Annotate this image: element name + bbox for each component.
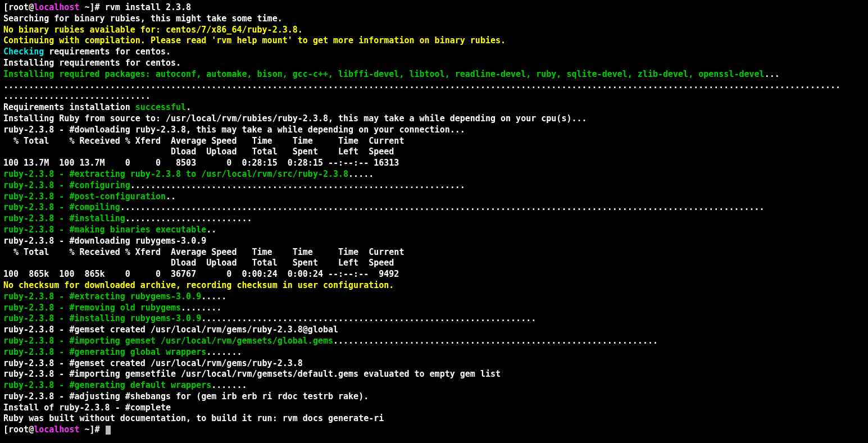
output-line: ..... xyxy=(348,169,374,179)
output-line: Continuing with compilation. Please read… xyxy=(3,35,506,45)
output-line: 100 13.7M 100 13.7M 0 0 8503 0 0:28:15 0… xyxy=(3,158,399,168)
output-line: ruby-2.3.8 - #importing gemset /usr/loca… xyxy=(3,336,333,346)
command-text: rvm install 2.3.8 xyxy=(105,2,192,12)
output-line: ruby-2.3.8 - #making binaries executable xyxy=(3,225,206,235)
output-line: Ruby was built without documentation, to… xyxy=(3,413,384,423)
output-line: . xyxy=(186,102,191,112)
output-line: ruby-2.3.8 - #compiling xyxy=(3,202,120,212)
output-line: ....... xyxy=(211,380,247,390)
output-line: ruby-2.3.8 - #extracting rubygems-3.0.9 xyxy=(3,291,201,302)
output-line: requirements for centos. xyxy=(44,47,171,57)
output-line: ........................................… xyxy=(333,336,658,346)
output-line: Installing required packages: autoconf, … xyxy=(3,69,765,79)
prompt-endbracket: ]# xyxy=(90,424,105,435)
output-line: Searching for binary rubies, this might … xyxy=(3,13,283,24)
output-line: Dload Upload Total Spent Left Speed xyxy=(3,147,394,157)
prompt-endbracket: ]# xyxy=(90,2,105,12)
prompt-host: localhost xyxy=(34,2,79,12)
cursor[interactable] xyxy=(106,426,111,435)
output-line: ........................................… xyxy=(3,80,840,90)
output-line: ruby-2.3.8 - #extracting ruby-2.3.8 to /… xyxy=(3,169,348,179)
output-line: Requirements installation xyxy=(3,102,135,112)
output-line: .. xyxy=(166,191,176,202)
output-line: % Total % Received % Xferd Average Speed… xyxy=(3,136,404,146)
output-line: No binary rubies available for: centos/7… xyxy=(3,25,303,35)
output-line: 100 865k 100 865k 0 0 36767 0 0:00:24 0:… xyxy=(3,269,399,279)
output-line: ruby-2.3.8 - #removing old rubygems xyxy=(3,303,181,313)
output-line: ruby-2.3.8 - #importing gemsetfile /usr/… xyxy=(3,369,501,379)
output-line: Installing Ruby from source to: /usr/loc… xyxy=(3,113,587,124)
output-line: ruby-2.3.8 - #installing rubygems-3.0.9 xyxy=(3,313,201,323)
output-line: ruby-2.3.8 - #adjusting #shebangs for (g… xyxy=(3,391,369,401)
output-line: % Total % Received % Xferd Average Speed… xyxy=(3,247,404,257)
output-line: ruby-2.3.8 - #generating global wrappers xyxy=(3,347,206,357)
output-line: ..... xyxy=(201,291,226,302)
output-line: ....... xyxy=(206,347,242,357)
output-line: ......................... xyxy=(125,213,252,223)
output-line: ruby-2.3.8 - #gemset created /usr/local/… xyxy=(3,325,338,335)
output-line: ........................................… xyxy=(130,180,465,190)
output-line: ruby-2.3.8 - #gemset created /usr/local/… xyxy=(3,358,303,368)
prompt-bracket: [ xyxy=(3,2,8,12)
prompt-tilde: ~ xyxy=(79,2,89,12)
output-line: Dload Upload Total Spent Left Speed xyxy=(3,258,394,268)
output-line: ........................................… xyxy=(120,202,765,212)
output-line: ruby-2.3.8 - #post-configuration xyxy=(3,191,166,202)
output-line: ruby-2.3.8 - #generating default wrapper… xyxy=(3,380,211,390)
prompt-at: @ xyxy=(29,2,34,12)
output-line: successful xyxy=(135,102,186,112)
prompt-host: localhost xyxy=(34,424,79,435)
prompt-at: @ xyxy=(29,424,34,435)
output-line: .. xyxy=(206,225,216,235)
output-line: ... xyxy=(765,69,780,79)
output-line: No checksum for downloaded archive, reco… xyxy=(3,280,394,290)
prompt-user: root xyxy=(8,424,29,435)
terminal-output[interactable]: [root@localhost ~]# rvm install 2.3.8 Se… xyxy=(0,0,868,438)
output-line: ruby-2.3.8 - #installing xyxy=(3,213,125,223)
output-line: ruby-2.3.8 - #downloading ruby-2.3.8, th… xyxy=(3,125,465,135)
output-line: ........ xyxy=(181,303,221,313)
prompt-bracket: [ xyxy=(3,424,8,435)
output-line: ruby-2.3.8 - #downloading rubygems-3.0.9 xyxy=(3,236,206,246)
output-line: Install of ruby-2.3.8 - #complete xyxy=(3,403,176,413)
prompt-tilde: ~ xyxy=(79,424,89,435)
output-line: ruby-2.3.8 - #configuring xyxy=(3,180,130,190)
output-line: Installing requirements for centos. xyxy=(3,58,181,68)
output-line: ............................. xyxy=(3,91,151,101)
prompt-user: root xyxy=(8,2,29,12)
output-line: Checking xyxy=(3,47,44,57)
output-line: ........................................… xyxy=(201,313,536,323)
